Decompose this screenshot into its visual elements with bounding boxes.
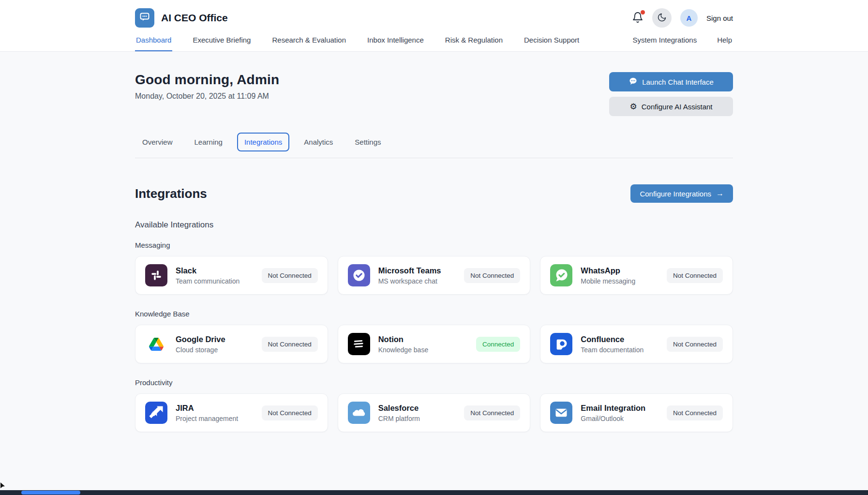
salesforce-icon (348, 402, 370, 424)
nav-item-executive-briefing[interactable]: Executive Briefing (192, 29, 252, 51)
integration-card-whatsapp[interactable]: WhatsApp Mobile messaging Not Connected (540, 256, 733, 295)
status-badge: Not Connected (262, 268, 318, 283)
top-bar: AI CEO Office (0, 0, 868, 52)
category-label-messaging: Messaging (135, 241, 733, 249)
integration-name: Microsoft Teams (378, 266, 441, 275)
app-title: AI CEO Office (161, 12, 228, 24)
integration-desc: CRM platform (378, 415, 420, 422)
nav-item-dashboard[interactable]: Dashboard (135, 29, 172, 51)
theme-toggle-button[interactable] (652, 8, 672, 28)
chat-icon (629, 76, 638, 87)
dashboard-tabs: Overview Learning Integrations Analytics… (135, 133, 733, 158)
nav-item-decision-support[interactable]: Decision Support (523, 29, 580, 51)
integration-desc: MS workspace chat (378, 277, 441, 285)
integration-name: Email Integration (581, 404, 645, 413)
status-badge: Connected (476, 337, 520, 352)
scrollbar-thumb[interactable] (21, 491, 80, 495)
status-badge: Not Connected (262, 405, 318, 420)
integration-desc: Project management (176, 415, 238, 422)
nav-item-research-evaluation[interactable]: Research & Evaluation (271, 29, 347, 51)
teams-icon (348, 264, 370, 286)
header-row: AI CEO Office (135, 0, 733, 29)
nav-item-help[interactable]: Help (716, 29, 733, 51)
tab-settings[interactable]: Settings (347, 133, 388, 151)
integration-card-google-drive[interactable]: Google Drive Cloud storage Not Connected (135, 325, 328, 363)
status-badge: Not Connected (667, 337, 723, 352)
sign-out-link[interactable]: Sign out (706, 14, 733, 22)
tab-learning[interactable]: Learning (187, 133, 230, 151)
main-nav: Dashboard Executive Briefing Research & … (135, 29, 733, 51)
tab-integrations[interactable]: Integrations (237, 133, 289, 151)
current-datetime: Monday, October 20, 2025 at 11:09 AM (135, 92, 279, 101)
available-integrations-heading: Available Integrations (135, 220, 733, 230)
integration-card-salesforce[interactable]: Salesforce CRM platform Not Connected (338, 393, 531, 432)
email-icon (550, 402, 572, 424)
integration-name: Slack (176, 266, 239, 275)
horizontal-scrollbar[interactable] (0, 490, 868, 495)
status-badge: Not Connected (667, 268, 723, 283)
integration-card-slack[interactable]: Slack Team communication Not Connected (135, 256, 328, 295)
nav-item-inbox-intelligence[interactable]: Inbox Intelligence (366, 29, 425, 51)
category-label-knowledge-base: Knowledge Base (135, 310, 733, 318)
notifications-button[interactable] (632, 12, 644, 25)
integration-desc: Knowledge base (378, 346, 429, 354)
status-badge: Not Connected (464, 405, 520, 420)
nav-item-system-integrations[interactable]: System Integrations (632, 29, 698, 51)
integration-name: Google Drive (176, 335, 225, 344)
knowledge-base-cards: Google Drive Cloud storage Not Connected… (135, 325, 733, 363)
avatar[interactable]: A (680, 9, 698, 27)
integration-card-notion[interactable]: Notion Knowledge base Connected (338, 325, 531, 363)
notion-icon (348, 333, 370, 355)
mouse-cursor (0, 481, 7, 491)
main-content: Good morning, Admin Monday, October 20, … (135, 72, 733, 432)
integration-card-email[interactable]: Email Integration Gmail/Outlook Not Conn… (540, 393, 733, 432)
tab-overview[interactable]: Overview (135, 133, 180, 151)
status-badge: Not Connected (262, 337, 318, 352)
integration-name: Confluence (581, 335, 644, 344)
integration-name: Notion (378, 335, 429, 344)
integration-card-confluence[interactable]: Confluence Team documentation Not Connec… (540, 325, 733, 363)
integration-desc: Gmail/Outlook (581, 415, 645, 422)
status-badge: Not Connected (667, 405, 723, 420)
slack-icon (145, 264, 167, 286)
integration-desc: Cloud storage (176, 346, 225, 354)
gear-icon: ⚙ (630, 103, 637, 111)
moon-icon (657, 13, 667, 24)
integration-desc: Team communication (176, 277, 239, 285)
page-title: Good morning, Admin (135, 72, 279, 88)
nav-item-risk-regulation[interactable]: Risk & Regulation (444, 29, 504, 51)
launch-chat-button[interactable]: Launch Chat Interface (609, 72, 733, 91)
app-logo (135, 8, 154, 28)
integration-card-microsoft-teams[interactable]: Microsoft Teams MS workspace chat Not Co… (338, 256, 531, 295)
arrow-right-icon: → (716, 189, 724, 198)
integration-desc: Mobile messaging (581, 277, 635, 285)
notification-dot (641, 10, 645, 15)
google-drive-icon (145, 333, 167, 355)
integration-name: Salesforce (378, 404, 420, 413)
configure-integrations-button[interactable]: Configure Integrations → (630, 184, 733, 203)
tab-analytics[interactable]: Analytics (297, 133, 340, 151)
integration-card-jira[interactable]: JIRA Project management Not Connected (135, 393, 328, 432)
integration-desc: Team documentation (581, 346, 644, 354)
section-title: Integrations (135, 186, 207, 201)
status-badge: Not Connected (464, 268, 520, 283)
integration-name: JIRA (176, 404, 238, 413)
chat-bubble-icon (139, 11, 150, 25)
configure-ai-button[interactable]: ⚙ Configure AI Assistant (609, 97, 733, 116)
productivity-cards: JIRA Project management Not Connected Sa… (135, 393, 733, 432)
integration-name: WhatsApp (581, 266, 635, 275)
category-label-productivity: Productivity (135, 378, 733, 387)
jira-icon (145, 402, 167, 424)
confluence-icon (550, 333, 572, 355)
whatsapp-icon (550, 264, 572, 286)
messaging-cards: Slack Team communication Not Connected M… (135, 256, 733, 295)
